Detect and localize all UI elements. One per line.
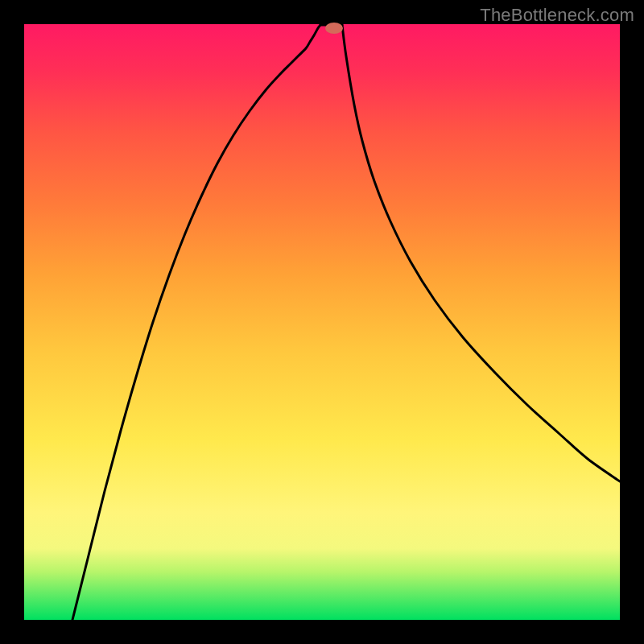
left-curve-path	[72, 25, 320, 620]
attribution-label: TheBottleneck.com	[480, 5, 634, 26]
right-curve-path	[342, 25, 620, 481]
chart-svg	[24, 24, 620, 620]
minimum-marker	[325, 23, 343, 34]
series-group	[72, 25, 620, 620]
chart-frame: TheBottleneck.com	[0, 0, 644, 644]
plot-area	[24, 24, 620, 620]
